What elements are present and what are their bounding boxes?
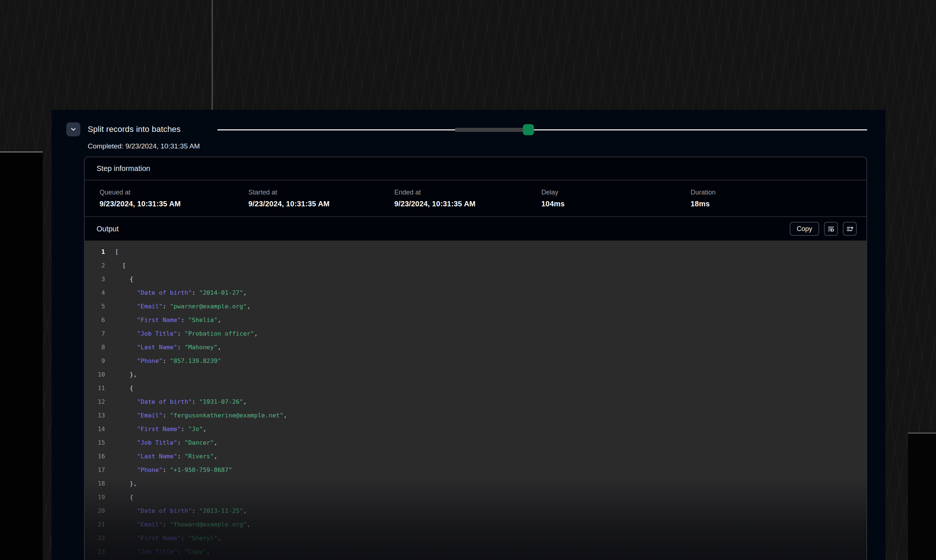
wrap-text-button[interactable] [824, 222, 838, 236]
line-number: 16 [85, 453, 105, 460]
code-line-text: "Email": "pwarner@example.org", [115, 303, 251, 310]
code-line-text: "First Name": "Jo", [115, 426, 206, 432]
code-line-text: "Job Title": "Probation officer", [115, 330, 257, 337]
timeline-step-marker [523, 124, 534, 135]
meta-field: Ended at9/23/2024, 10:31:35 AM [394, 189, 541, 208]
step-information-card: Step information Queued at9/23/2024, 10:… [84, 157, 867, 560]
line-number: 10 [85, 371, 105, 378]
meta-field-label: Duration [691, 189, 866, 196]
code-line-text: "Date of birth": "2013-11-25", [115, 507, 247, 514]
code-line: 11{ [85, 381, 866, 395]
code-line: 9"Phone": "857.139.8239" [85, 354, 866, 368]
scroll-to-top-icon [846, 225, 853, 232]
line-number: 20 [85, 507, 105, 514]
code-line-text: [ [115, 248, 119, 255]
code-line: 23"Job Title": "Copy", [85, 545, 866, 558]
wrap-text-icon [827, 225, 834, 232]
scroll-to-top-button[interactable] [843, 222, 857, 236]
code-line: 3{ [85, 272, 866, 286]
code-line: 10}, [85, 368, 866, 381]
meta-field-label: Ended at [394, 189, 541, 196]
meta-field-label: Queued at [100, 189, 248, 196]
line-number: 3 [85, 275, 105, 283]
meta-field: Started at9/23/2024, 10:31:35 AM [248, 189, 394, 208]
code-line-text: "Job Title": "Dancer", [115, 439, 217, 446]
timeline-base-line [217, 129, 867, 131]
code-line: 18}, [85, 477, 866, 490]
code-line-text: { [115, 494, 133, 501]
code-line: 21"Email": "fhoward@example.org", [85, 518, 866, 531]
meta-field-value: 9/23/2024, 10:31:35 AM [394, 200, 541, 208]
code-line-text: { [115, 385, 133, 392]
code-line-text: "Date of birth": "2014-01-27", [115, 289, 247, 296]
code-line: 2[ [85, 258, 866, 272]
code-line: 4"Date of birth": "2014-01-27", [85, 286, 866, 300]
code-line-text: { [115, 275, 133, 283]
code-line-text: "Email": "fhoward@example.org", [115, 521, 251, 528]
line-number: 6 [85, 317, 105, 323]
code-line-text: "First Name": "Shelia", [115, 317, 221, 323]
step-detail-panel: Split records into batches Completed: 9/… [52, 110, 885, 560]
line-number: 8 [85, 344, 105, 351]
code-line: 5"Email": "pwarner@example.org", [85, 300, 866, 313]
code-line: 12"Date of birth": "1931-07-26", [85, 395, 866, 409]
code-line: 8"Last Name": "Mahoney", [85, 340, 866, 354]
meta-field: Delay104ms [541, 189, 691, 208]
output-toolbar: Output Copy [85, 217, 866, 241]
line-number: 21 [85, 521, 105, 528]
chevron-down-icon [70, 126, 76, 132]
background-black-region-left [0, 152, 43, 560]
output-title: Output [97, 225, 119, 233]
meta-field: Duration18ms [691, 189, 866, 208]
line-number: 2 [85, 262, 105, 269]
line-number: 22 [85, 535, 105, 542]
code-line: 15"Job Title": "Dancer", [85, 436, 866, 449]
code-line-text: }, [115, 480, 137, 487]
code-line-text: }, [115, 371, 137, 378]
line-number: 11 [85, 385, 105, 392]
step-information-header: Step information [85, 157, 866, 180]
code-line-text: "Last Name": "Mahoney", [115, 344, 221, 351]
code-line-text: [ [115, 262, 126, 269]
meta-field-value: 104ms [541, 200, 691, 208]
code-line: 6"First Name": "Shelia", [85, 313, 866, 327]
line-number: 12 [85, 398, 105, 405]
collapse-step-button[interactable] [66, 122, 80, 136]
code-line-text: "Date of birth": "1931-07-26", [115, 398, 247, 405]
step-completed-timestamp: Completed: 9/23/2024, 10:31:35 AM [88, 142, 200, 150]
line-number: 17 [85, 466, 105, 474]
background-black-region-right [908, 434, 936, 560]
meta-field-value: 9/23/2024, 10:31:35 AM [100, 200, 248, 208]
line-number: 13 [85, 412, 105, 419]
code-line: 7"Job Title": "Probation officer", [85, 327, 866, 340]
step-information-title: Step information [97, 164, 150, 173]
output-actions: Copy [790, 222, 857, 236]
copy-output-button[interactable]: Copy [790, 222, 819, 236]
output-code-viewer[interactable]: 1[2[3{4"Date of birth": "2014-01-27",5"E… [85, 241, 866, 560]
code-line: 20"Date of birth": "2013-11-25", [85, 504, 866, 518]
line-number: 19 [85, 494, 105, 501]
meta-field-value: 18ms [691, 200, 866, 208]
code-line: 14"First Name": "Jo", [85, 422, 866, 436]
code-line: 16"Last Name": "Rivers", [85, 449, 866, 463]
code-lines: 1[2[3{4"Date of birth": "2014-01-27",5"E… [85, 245, 866, 558]
line-number: 1 [85, 248, 105, 255]
code-line-text: "Phone": "+1-950-759-8687" [115, 466, 232, 474]
code-line-text: "Phone": "857.139.8239" [115, 357, 221, 365]
meta-field-label: Started at [248, 189, 394, 196]
code-line-text: "Last Name": "Rivers", [115, 453, 217, 460]
background-vertical-line [211, 0, 213, 111]
line-number: 18 [85, 480, 105, 487]
code-line-text: "First Name": "Sheryl", [115, 535, 221, 542]
line-number: 4 [85, 289, 105, 296]
step-title: Split records into batches [88, 125, 180, 134]
meta-field-label: Delay [541, 189, 691, 196]
line-number: 14 [85, 426, 105, 432]
line-number: 7 [85, 330, 105, 337]
meta-field: Queued at9/23/2024, 10:31:35 AM [100, 189, 248, 208]
code-line: 1[ [85, 245, 866, 258]
line-number: 15 [85, 439, 105, 446]
step-timeline [217, 125, 867, 135]
timeline-duration-track [455, 128, 531, 132]
line-number: 5 [85, 303, 105, 310]
